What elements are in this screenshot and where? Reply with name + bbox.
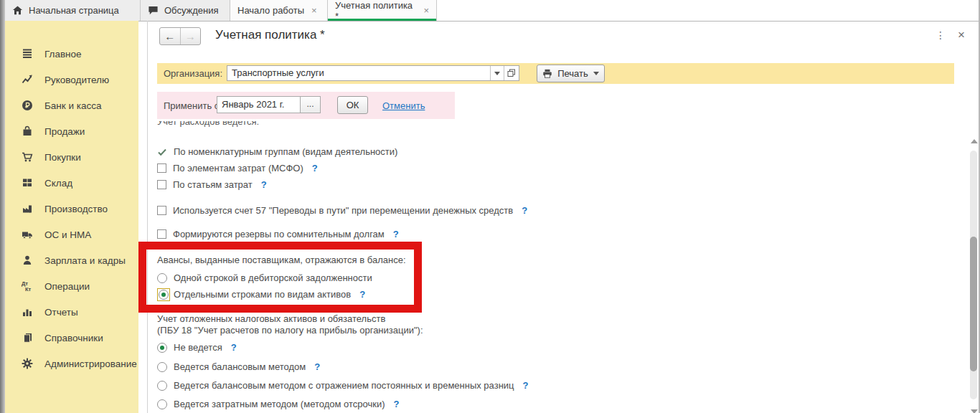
cancel-link[interactable]: Отменить xyxy=(382,100,425,111)
sidebar-item-operations[interactable]: ДтКт Операции xyxy=(5,275,138,297)
dtkt-icon: ДтКт xyxy=(21,280,34,292)
sidebar-item-reports[interactable]: Отчеты xyxy=(5,301,138,323)
sidebar-item-warehouse[interactable]: Склад xyxy=(5,172,138,194)
apply-date-field[interactable]: Январь 2021 г. ... xyxy=(217,96,321,113)
trend-icon xyxy=(21,74,34,85)
help-link[interactable]: ? xyxy=(314,361,320,372)
factory-icon xyxy=(21,203,34,214)
checkbox-row-cost-items: По статьям затрат ? xyxy=(157,179,267,191)
chevron-down-icon xyxy=(494,72,500,75)
apply-date-value[interactable]: Январь 2021 г. xyxy=(217,97,300,113)
expenses-section-heading: Учет расходов ведется: xyxy=(157,121,259,132)
date-picker-button[interactable]: ... xyxy=(300,97,320,113)
truck-icon xyxy=(21,229,34,240)
advances-group-label: Авансы, выданные поставщикам, отражаются… xyxy=(157,255,406,265)
radio-row-cost-method: Ведется затратным методом (методом отсро… xyxy=(157,398,399,410)
pbu-group-label-line2: (ПБУ 18 "Учет расчетов по налогу на приб… xyxy=(157,325,423,336)
radio-row-balance-method-differences: Ведется балансовым методом с отражением … xyxy=(157,379,528,391)
bag-icon xyxy=(21,125,34,137)
sidebar-item-manager[interactable]: Руководителю xyxy=(5,69,138,90)
page-title: Учетная политика * xyxy=(215,28,325,42)
chart-icon xyxy=(21,306,34,318)
tab-close-icon[interactable]: × xyxy=(311,5,317,16)
tab-close-icon[interactable]: × xyxy=(423,5,429,16)
radio-row-not-maintained: Не ведется ? xyxy=(157,341,237,353)
help-link[interactable]: ? xyxy=(522,205,527,216)
home-icon xyxy=(12,5,23,16)
scrollbar-up-arrow[interactable] xyxy=(971,139,978,143)
tab-accounting-policy[interactable]: Учетная политика * × xyxy=(328,0,437,21)
ok-button[interactable]: ОК xyxy=(337,96,368,114)
radio-button[interactable] xyxy=(157,362,167,372)
sidebar-item-fixed-assets[interactable]: ОС и НМА xyxy=(5,224,138,245)
help-link[interactable]: ? xyxy=(523,380,529,391)
organization-label: Организация: xyxy=(164,68,222,79)
checkbox-row-doubtful-debts: Формируются резервы по сомнительным долг… xyxy=(157,228,399,240)
radio-button-selected[interactable] xyxy=(159,290,169,300)
print-button[interactable]: Печать xyxy=(537,65,605,82)
tab-label: Начало работы xyxy=(237,5,304,16)
scrollbar-thumb[interactable] xyxy=(970,237,977,371)
cart-icon xyxy=(21,151,34,163)
organization-value[interactable]: Транспортные услуги xyxy=(227,66,490,80)
organization-open-list-button[interactable] xyxy=(504,66,519,80)
sidebar-item-main[interactable]: Главное xyxy=(5,43,138,65)
radio-row-single-line: Одной строкой в дебиторской задолженност… xyxy=(157,272,372,284)
organization-field[interactable]: Транспортные услуги xyxy=(227,65,519,81)
pbu-group-label-line1: Учет отложенных налоговых активов и обяз… xyxy=(157,313,385,324)
help-link[interactable]: ? xyxy=(394,399,400,409)
checkbox[interactable] xyxy=(157,206,166,215)
ruble-icon xyxy=(21,100,34,111)
radio-button[interactable] xyxy=(157,381,167,391)
checkbox[interactable] xyxy=(157,163,166,173)
tab-label: Начальная страница xyxy=(29,5,119,16)
scrollbar-down-arrow[interactable] xyxy=(971,409,978,413)
checkbox-row-account-57: Используется счет 57 "Переводы в пути" п… xyxy=(157,204,527,217)
tab-label: Обсуждения xyxy=(164,5,219,16)
person-icon xyxy=(21,255,34,266)
checkbox-row-cost-elements: По элементам затрат (МСФО) ? xyxy=(157,162,318,174)
open-list-icon xyxy=(507,69,516,77)
radio-row-separate-lines: Отдельными строками по видам активов ? xyxy=(157,288,365,300)
chat-icon xyxy=(148,5,159,16)
checkbox[interactable] xyxy=(157,180,166,189)
help-link[interactable]: ? xyxy=(261,179,267,190)
sidebar-item-production[interactable]: Производство xyxy=(5,198,138,219)
chevron-down-icon xyxy=(593,72,599,75)
radio-button-selected[interactable] xyxy=(157,343,167,353)
more-menu-icon[interactable]: ⋮ xyxy=(935,29,946,41)
close-icon[interactable]: × xyxy=(955,29,968,42)
checked-item-row: По номенклатурным группам (видам деятель… xyxy=(157,146,397,158)
sidebar-item-bank-cash[interactable]: Банк и касса xyxy=(5,95,138,116)
help-link[interactable]: ? xyxy=(359,289,365,300)
gear-icon xyxy=(21,358,34,369)
back-button[interactable]: ← xyxy=(160,28,181,44)
radio-row-balance-method: Ведется балансовым методом ? xyxy=(157,361,320,373)
menu-icon xyxy=(21,48,34,60)
window-left-edge xyxy=(0,0,5,413)
sidebar-content-divider xyxy=(147,21,148,413)
sidebar-item-sales[interactable]: Продажи xyxy=(5,120,138,142)
forward-button[interactable]: → xyxy=(181,28,201,44)
checkbox[interactable] xyxy=(157,229,166,239)
active-tab-underline xyxy=(328,19,436,21)
radio-button[interactable] xyxy=(157,399,167,409)
help-link[interactable]: ? xyxy=(312,163,318,174)
nav-history-group: ← → xyxy=(159,27,201,45)
sidebar-item-administration[interactable]: Администрирование xyxy=(5,353,138,374)
organization-dropdown-button[interactable] xyxy=(490,66,504,80)
tab-getting-started[interactable]: Начало работы × xyxy=(230,0,328,21)
tab-home-page[interactable]: Начальная страница xyxy=(5,0,141,21)
tab-discussions[interactable]: Обсуждения xyxy=(141,0,230,21)
help-link[interactable]: ? xyxy=(393,229,399,239)
apply-from-label: Применить с: xyxy=(164,100,222,111)
sidebar-item-directories[interactable]: Справочники xyxy=(5,327,138,348)
sidebar-item-payroll-hr[interactable]: Зарплата и кадры xyxy=(5,250,138,271)
print-label: Печать xyxy=(557,68,588,79)
radio-button[interactable] xyxy=(157,273,167,283)
tab-bar: Начальная страница Обсуждения Начало раб… xyxy=(5,0,979,22)
check-icon xyxy=(157,147,167,157)
help-link[interactable]: ? xyxy=(231,342,237,353)
sidebar-item-purchases[interactable]: Покупки xyxy=(5,146,138,168)
warehouse-icon xyxy=(21,177,34,189)
